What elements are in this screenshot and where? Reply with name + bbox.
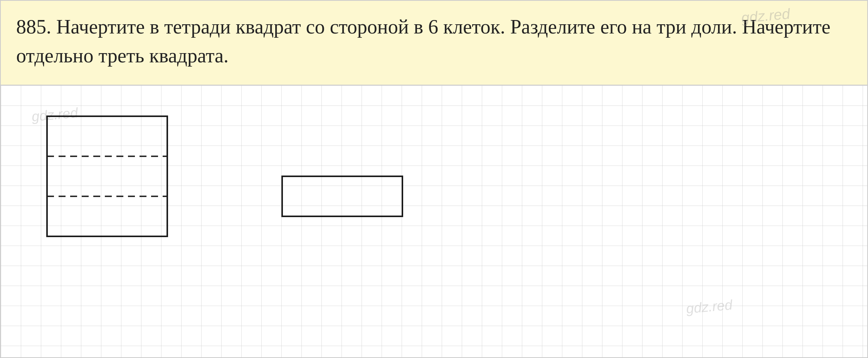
figures-svg [1, 85, 867, 357]
figure1-square [47, 116, 167, 236]
figure2-rectangle [282, 176, 402, 216]
answer-section: gdz.red gdz.red [1, 85, 867, 357]
task-text: 885. Начертите в тетради квадрат со стор… [16, 12, 845, 70]
task-section: 885. Начертите в тетради квадрат со стор… [1, 1, 867, 85]
figures-container [1, 85, 867, 357]
page-container: 885. Начертите в тетради квадрат со стор… [0, 0, 868, 358]
